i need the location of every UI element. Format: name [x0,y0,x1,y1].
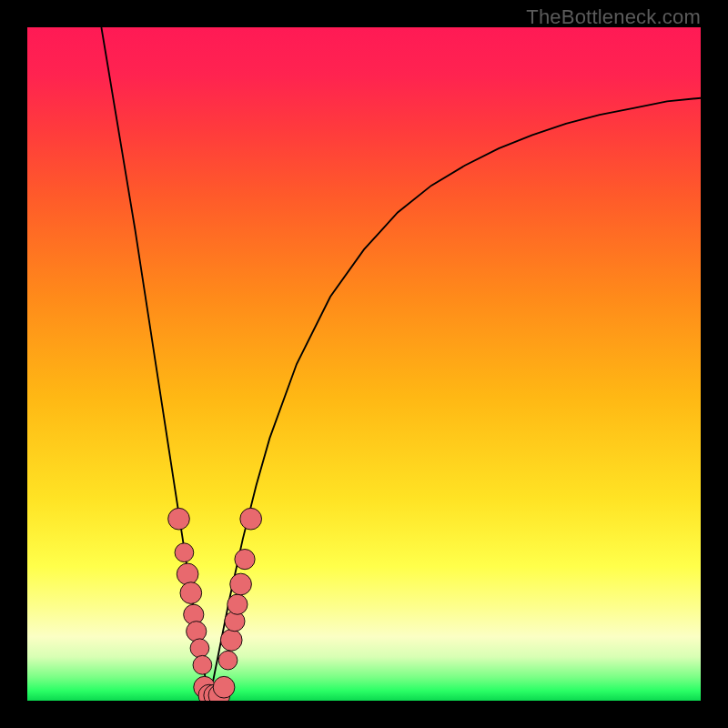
data-marker [235,550,255,570]
data-marker [240,508,262,530]
data-marker [193,655,212,674]
curve-right_curve [209,98,701,701]
data-marker [230,573,252,595]
data-marker [190,639,209,658]
chart-frame: TheBottleneck.com [0,0,728,728]
data-marker [213,676,235,698]
curves-layer [27,27,701,701]
plot-area [27,27,701,701]
data-marker [220,630,242,652]
data-marker [218,651,238,670]
data-marker [177,563,198,585]
data-marker [180,582,202,604]
data-marker [175,543,194,562]
data-marker [228,594,248,614]
data-marker [187,622,207,642]
data-marker [168,508,190,530]
watermark-text: TheBottleneck.com [526,5,701,29]
